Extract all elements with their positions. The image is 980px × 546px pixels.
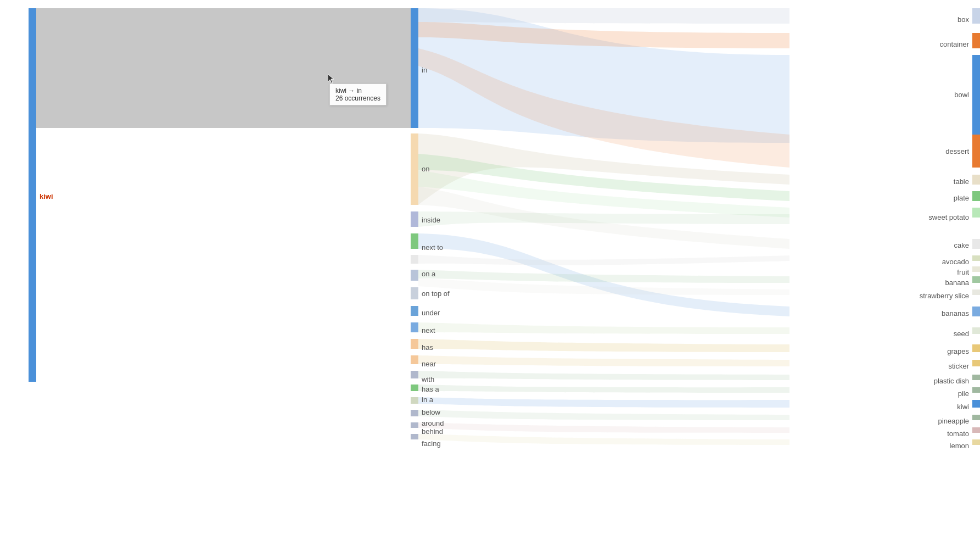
right-node-banana-label: banana (945, 278, 969, 287)
right-node-pineapple[interactable] (972, 415, 980, 420)
middle-node-below[interactable] (411, 397, 418, 404)
right-node-seed-label: seed (954, 330, 969, 338)
right-node-fruit[interactable] (972, 266, 980, 272)
right-node-pineapple-label: pineapple (938, 417, 969, 425)
right-node-container-label: container (940, 40, 969, 48)
middle-node-behind[interactable] (411, 422, 418, 428)
middle-node-hasa-label: has a (422, 385, 439, 393)
right-node-cake-label: cake (954, 241, 969, 249)
right-node-seed[interactable] (972, 327, 980, 334)
middle-node-ona[interactable] (411, 255, 418, 264)
right-node-strawberryslice[interactable] (972, 289, 980, 295)
right-node-box[interactable] (972, 8, 980, 24)
left-node-kiwi-label: kiwi (40, 192, 53, 200)
middle-node-next-label: next (422, 326, 435, 335)
right-node-lemon[interactable] (972, 439, 980, 445)
middle-node-behind-label: behind (422, 427, 443, 436)
right-node-bowl-label: bowl (954, 91, 969, 99)
middle-node-ontopof[interactable] (411, 270, 418, 281)
right-node-pile-label: pile (958, 389, 969, 398)
middle-node-near-label: near (422, 360, 436, 368)
left-node-kiwi[interactable] (29, 8, 36, 382)
right-node-sticker[interactable] (972, 360, 980, 366)
right-node-sticker-label: sticker (948, 362, 969, 370)
right-node-grapes[interactable] (972, 344, 980, 352)
right-node-bananas[interactable] (972, 307, 980, 316)
middle-node-next[interactable] (411, 306, 418, 316)
right-node-pile[interactable] (972, 387, 980, 393)
right-node-table[interactable] (972, 175, 980, 185)
middle-node-around-label: around (422, 419, 444, 427)
right-node-container[interactable] (972, 33, 980, 48)
middle-node-below-label: below (422, 408, 440, 416)
right-node-plasticdish-label: plastic dish (934, 377, 969, 385)
middle-node-with-label: with (422, 375, 434, 383)
middle-node-nextto-label: next to (422, 243, 443, 252)
right-node-sweetpotato-label: sweet potato (928, 213, 969, 221)
sankey-diagram: kiwi in on inside next to on a on top of… (0, 0, 980, 546)
right-node-avocado-label: avocado (942, 258, 969, 266)
right-node-tomato[interactable] (972, 427, 980, 433)
kiwi-in-flow-background (36, 8, 411, 128)
middle-node-under-label: under (422, 309, 440, 317)
middle-node-has[interactable] (411, 322, 418, 332)
middle-node-ona-label: on a (422, 270, 435, 278)
middle-node-around[interactable] (411, 410, 418, 416)
right-node-grapes-label: grapes (947, 347, 969, 355)
right-node-strawberryslice-label: strawberry slice (920, 292, 969, 300)
middle-node-in-label: in (422, 66, 427, 74)
middle-node-with[interactable] (411, 355, 418, 364)
right-node-sweetpotato[interactable] (972, 208, 980, 218)
middle-node-facing-label: facing (422, 439, 441, 448)
middle-node-near[interactable] (411, 339, 418, 349)
right-node-avocado[interactable] (972, 255, 980, 261)
middle-node-on[interactable] (411, 133, 418, 205)
right-node-kiwi[interactable] (972, 400, 980, 408)
middle-node-under[interactable] (411, 287, 418, 299)
right-node-banana[interactable] (972, 276, 980, 283)
middle-node-inside-label: inside (422, 216, 440, 224)
right-node-table-label: table (954, 177, 969, 186)
right-node-lemon-label: lemon (950, 442, 969, 450)
middle-node-ina[interactable] (411, 385, 418, 391)
right-node-plate[interactable] (972, 191, 980, 201)
right-node-plasticdish[interactable] (972, 375, 980, 380)
right-node-cake[interactable] (972, 239, 980, 249)
right-node-box-label: box (957, 15, 969, 24)
right-node-tomato-label: tomato (947, 430, 969, 438)
right-node-plate-label: plate (954, 194, 969, 202)
right-node-bowl[interactable] (972, 55, 980, 143)
middle-node-ontopof-label: on top of (422, 289, 450, 298)
right-node-kiwi-label: kiwi (957, 403, 969, 411)
middle-node-nextto[interactable] (411, 233, 418, 249)
middle-node-ina-label: in a (422, 395, 433, 404)
middle-node-hasa[interactable] (411, 371, 418, 378)
right-node-dessert[interactable] (972, 135, 980, 168)
right-node-dessert-label: dessert (945, 147, 969, 155)
middle-node-in[interactable] (411, 8, 418, 128)
middle-node-inside[interactable] (411, 211, 418, 227)
middle-node-on-label: on (422, 165, 429, 173)
right-node-bananas-label: bananas (942, 309, 969, 317)
right-node-fruit-label: fruit (957, 268, 969, 276)
middle-node-has-label: has (422, 343, 433, 352)
middle-node-facing[interactable] (411, 434, 418, 439)
